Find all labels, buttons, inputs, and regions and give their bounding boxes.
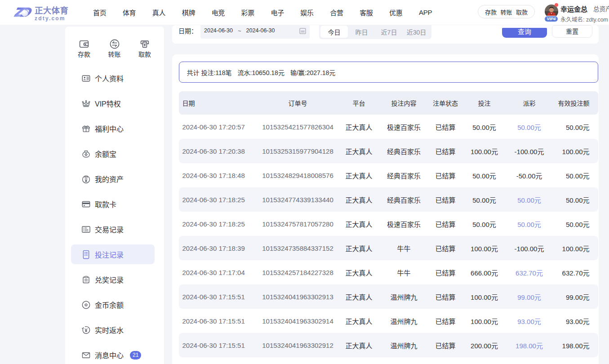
date-from-value[interactable]: 2024-06-30 — [204, 27, 233, 34]
sidebar-item-redeem-log[interactable]: 兑奖记录 — [65, 267, 164, 292]
nav-item-6[interactable]: 彩票 — [241, 8, 254, 17]
cell-order-no: 1015324735884337152 — [255, 244, 341, 252]
table-row-9: 2024-06-30 17:15:511015324041963302914正大… — [179, 309, 598, 333]
message-icon — [81, 351, 91, 360]
cell-date: 2024-06-30 17:18:39 — [179, 244, 255, 252]
zd-logo-icon — [12, 7, 32, 19]
menu-item-label: VIP特权 — [95, 98, 121, 109]
sidebar-item-rebate[interactable]: 实时返水 — [65, 317, 164, 342]
sidebar-item-crown[interactable]: VIP特权 — [65, 91, 164, 116]
sidebar-item-message[interactable]: 消息中心21 — [65, 342, 164, 364]
cell-content: 牛牛 — [378, 268, 431, 277]
top-header: 正大体育 zdty.com 首页体育真人棋牌电竞彩票电子娱乐合营客服优惠APP … — [0, 0, 609, 25]
nav-item-5[interactable]: 电竞 — [212, 8, 225, 17]
nav-item-1[interactable]: 首页 — [93, 8, 106, 17]
header-wallet-actions: 存款转账取款 — [478, 5, 535, 18]
cell-platform: 正大真人 — [341, 268, 378, 277]
vip-badge: VIP4 — [545, 16, 558, 22]
cell-status: 已结算 — [431, 219, 461, 229]
sidebar-item-coin[interactable]: 金币余额 — [65, 292, 164, 317]
cell-platform: 正大真人 — [341, 292, 378, 302]
nav-item-8[interactable]: 娱乐 — [300, 8, 313, 17]
cell-valid-bet: 198.00元 — [551, 341, 598, 350]
cell-content: 温州牌九 — [378, 292, 431, 302]
cell-order-no: 1015324041963302912 — [255, 342, 341, 349]
header-action-2[interactable]: 转账 — [500, 8, 512, 16]
header-action-3[interactable]: 取款 — [516, 8, 528, 16]
cell-status: 已结算 — [431, 146, 461, 156]
reset-button[interactable]: 重置 — [552, 25, 592, 38]
cell-valid-bet: 50.00元 — [551, 122, 598, 132]
quick-action-label: 取款 — [138, 49, 151, 58]
quick-action-transfer[interactable]: 转账 — [103, 39, 126, 58]
cell-date: 2024-06-30 17:15:51 — [179, 317, 255, 325]
range-preset-2[interactable]: 昨日 — [348, 26, 375, 38]
quick-action-label: 存款 — [78, 49, 90, 58]
sidebar-item-gift[interactable]: 福利中心 — [65, 116, 164, 141]
date-range-input[interactable]: 2024-06-30 ~ 2024-06-30 — [200, 25, 310, 39]
user-top-line: 幸运金总 总资产: — [560, 6, 609, 13]
nav-item-9[interactable]: 合营 — [330, 8, 343, 17]
cell-valid-bet: 50.00元 — [551, 219, 598, 229]
sidebar-item-bet-log[interactable]: 投注记录 — [65, 242, 164, 267]
sidebar-item-assets[interactable]: 我的资产 — [65, 166, 164, 191]
nav-item-7[interactable]: 电子 — [271, 8, 284, 17]
cell-bet: 100.00元 — [461, 292, 508, 302]
cell-content: 极速百家乐 — [378, 219, 431, 229]
nav-item-4[interactable]: 棋牌 — [182, 8, 195, 17]
bank-card-icon — [81, 200, 91, 209]
table-header-row: 日期订单号平台投注内容注单状态投注派彩有效投注额 — [179, 91, 598, 115]
money-pouch-icon — [81, 149, 91, 159]
range-preset-4[interactable]: 近30日 — [403, 26, 430, 38]
sidebar-item-bank-card[interactable]: 取款卡 — [65, 191, 164, 217]
brand-name: 正大体育 — [35, 6, 68, 15]
menu-item-label: 个人资料 — [95, 73, 124, 84]
nav-item-10[interactable]: 客服 — [360, 8, 373, 17]
table-row-8: 2024-06-30 17:15:511015324041963302913正大… — [179, 284, 598, 309]
coin-icon — [81, 300, 91, 310]
cell-bet: 50.00元 — [461, 219, 508, 229]
column-header-1: 日期 — [179, 98, 255, 107]
table-row-5: 2024-06-30 17:18:251015324757817057280正大… — [179, 212, 598, 236]
cell-status: 已结算 — [431, 171, 461, 180]
user-name[interactable]: 幸运金总 — [560, 6, 587, 13]
menu-item-label: 实时返水 — [95, 324, 124, 335]
calendar-icon — [299, 27, 306, 34]
nav-item-2[interactable]: 体育 — [123, 8, 136, 17]
range-preset-3[interactable]: 近7日 — [375, 26, 403, 38]
cell-payout: 50.00元 — [508, 122, 551, 132]
column-header-7: 派彩 — [508, 98, 551, 107]
cell-status: 已结算 — [431, 292, 461, 302]
summary-turnover: 流水:10650.18元 — [238, 68, 284, 77]
sidebar: 存款转账取款 个人资料VIP特权福利中心余额宝我的资产取款卡交易记录投注记录兑奖… — [65, 27, 164, 364]
query-button[interactable]: 查询 — [502, 28, 547, 38]
brand-logo[interactable]: 正大体育 zdty.com — [12, 6, 84, 22]
quick-action-wallet[interactable]: 存款 — [72, 39, 96, 58]
cell-content: 牛牛 — [378, 244, 431, 253]
cell-valid-bet: 50.00元 — [551, 195, 598, 204]
nav-item-12[interactable]: APP — [419, 9, 432, 16]
sidebar-item-id-card[interactable]: 个人资料 — [65, 66, 164, 91]
transaction-log-icon — [81, 225, 91, 234]
cell-payout: 50.00元 — [508, 219, 551, 229]
brand-text-block: 正大体育 zdty.com — [35, 6, 68, 22]
header-action-1[interactable]: 存款 — [485, 8, 497, 16]
sidebar-item-money-pouch[interactable]: 余额宝 — [65, 141, 164, 166]
sidebar-item-transaction-log[interactable]: 交易记录 — [65, 217, 164, 242]
date-separator: ~ — [238, 27, 241, 34]
quick-action-withdraw[interactable]: 取款 — [133, 39, 156, 58]
nav-item-11[interactable]: 优惠 — [389, 8, 402, 17]
cell-platform: 正大真人 — [341, 195, 378, 204]
table-row-7: 2024-06-30 17:17:041015324257184227328正大… — [179, 260, 598, 284]
cell-platform: 正大真人 — [341, 341, 378, 350]
nav-item-3[interactable]: 真人 — [152, 8, 165, 17]
id-card-icon — [81, 74, 91, 83]
date-to-value[interactable]: 2024-06-30 — [246, 27, 275, 34]
bet-records-table: 日期订单号平台投注内容注单状态投注派彩有效投注额2024-06-30 17:20… — [179, 91, 598, 357]
table-row-2: 2024-06-30 17:20:381015325315977904128正大… — [179, 139, 598, 163]
sidebar-menu: 个人资料VIP特权福利中心余额宝我的资产取款卡交易记录投注记录兑奖记录金币余额实… — [65, 66, 164, 364]
cell-date: 2024-06-30 17:18:25 — [179, 196, 255, 204]
sidebar-quick-actions: 存款转账取款 — [72, 39, 164, 58]
range-preset-1[interactable]: 今日 — [320, 26, 348, 38]
cell-status: 已结算 — [431, 122, 461, 132]
